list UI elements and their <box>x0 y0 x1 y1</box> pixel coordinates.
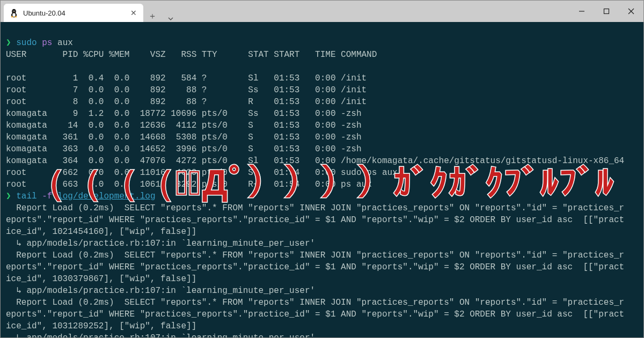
close-button[interactable] <box>619 1 643 22</box>
command-args: aux <box>52 38 72 48</box>
command-path: log/development.log <box>57 192 155 201</box>
maximize-button[interactable] <box>594 1 619 22</box>
log-output: Report Load (0.2ms) SELECT "reports".* F… <box>6 203 624 337</box>
ps-rows: root 1 0.4 0.0 892 584 ? Sl 01:53 0:00 /… <box>6 74 624 189</box>
tab-title: Ubuntu-20.04 <box>23 9 125 17</box>
titlebar: Ubuntu-20.04 ✕ ＋ <box>1 1 643 22</box>
app-window: Ubuntu-20.04 ✕ ＋ ❯ sudo ps aux USER PID … <box>0 0 644 338</box>
command-sudo: sudo <box>16 38 36 48</box>
prompt-line: ❯ sudo ps aux <box>6 38 73 48</box>
tab-dropdown-icon[interactable] <box>162 16 180 22</box>
prompt-symbol: ❯ <box>6 192 11 201</box>
new-tab-button[interactable]: ＋ <box>143 11 162 22</box>
command-flag: -f <box>42 192 52 201</box>
terminal-pane[interactable]: ❯ sudo ps aux USER PID %CPU %MEM VSZ RSS… <box>1 22 643 337</box>
svg-point-5 <box>13 11 13 11</box>
svg-rect-10 <box>604 9 609 14</box>
prompt-line-2: ❯ tail -f log/development.log <box>6 192 156 201</box>
tab-close-icon[interactable]: ✕ <box>129 9 138 17</box>
svg-point-8 <box>14 16 17 17</box>
command-tail: tail <box>16 192 36 201</box>
command-ps: ps <box>42 38 52 48</box>
window-controls <box>569 1 643 22</box>
svg-point-7 <box>11 16 13 17</box>
tab-active[interactable]: Ubuntu-20.04 ✕ <box>4 4 143 22</box>
svg-point-2 <box>12 13 16 17</box>
prompt-symbol: ❯ <box>6 38 11 48</box>
ps-header: USER PID %CPU %MEM VSZ RSS TTY STAT STAR… <box>6 49 638 61</box>
tux-icon <box>9 8 19 18</box>
minimize-button[interactable] <box>569 1 594 22</box>
tab-strip: Ubuntu-20.04 ✕ ＋ <box>1 1 569 22</box>
svg-point-6 <box>14 11 15 11</box>
